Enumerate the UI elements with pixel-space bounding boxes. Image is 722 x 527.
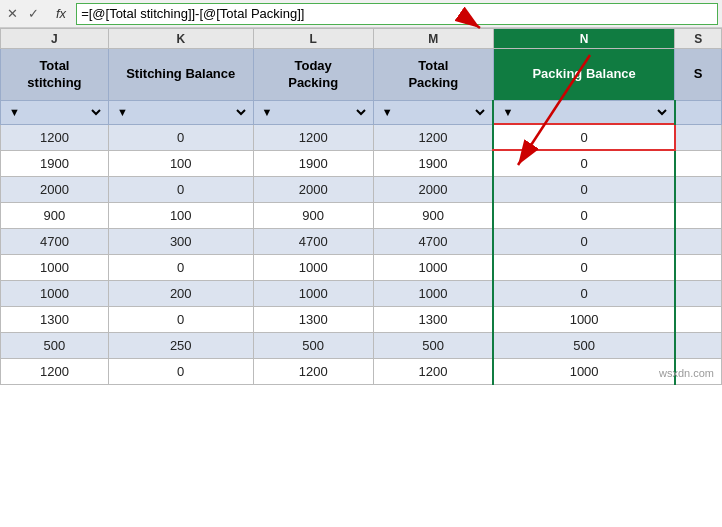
cell-l[interactable]: 500 [253,332,373,358]
filter-s[interactable] [675,101,722,125]
cell-s[interactable] [675,280,722,306]
cell-m[interactable]: 1000 [373,254,493,280]
column-header-row: J K L M N S [1,29,722,49]
cell-j[interactable]: 1000 [1,254,109,280]
cell-l[interactable]: 1200 [253,124,373,150]
cell-j[interactable]: 1200 [1,358,109,384]
cell-n[interactable]: 0 [493,228,674,254]
cell-m[interactable]: 1200 [373,358,493,384]
table-row: 12000120012001000 [1,358,722,384]
table-row: 1000200100010000 [1,280,722,306]
filter-dropdown-k[interactable]: ▼ [113,103,249,121]
col-header-m[interactable]: M [373,29,493,49]
cell-k[interactable]: 250 [108,332,253,358]
cell-n[interactable]: 1000 [493,358,674,384]
data-body: 1200012001200019001001900190002000020002… [1,124,722,384]
table-row: 10000100010000 [1,254,722,280]
table-row: 1900100190019000 [1,150,722,176]
filter-m[interactable]: ▼ [373,101,493,125]
col-header-n[interactable]: N [493,29,674,49]
cell-s[interactable] [675,332,722,358]
field-header-today-packing: TodayPacking [253,49,373,101]
cell-l[interactable]: 1300 [253,306,373,332]
cell-k[interactable]: 100 [108,202,253,228]
cell-n[interactable]: 0 [493,202,674,228]
cell-s[interactable] [675,306,722,332]
cell-j[interactable]: 2000 [1,176,109,202]
cell-n[interactable]: 0 [493,150,674,176]
cell-m[interactable]: 1300 [373,306,493,332]
fx-label: fx [50,6,72,21]
cell-k[interactable]: 0 [108,358,253,384]
formula-input[interactable] [76,3,718,25]
cell-j[interactable]: 1000 [1,280,109,306]
field-header-s: S [675,49,722,101]
col-header-l[interactable]: L [253,29,373,49]
cell-n[interactable]: 1000 [493,306,674,332]
formula-bar-icons: ✕ ✓ [4,6,46,21]
cell-j[interactable]: 4700 [1,228,109,254]
filter-j[interactable]: ▼ [1,101,109,125]
filter-dropdown-l[interactable]: ▼ [258,103,369,121]
table-row: 9001009009000 [1,202,722,228]
cell-k[interactable]: 0 [108,124,253,150]
cell-k[interactable]: 100 [108,150,253,176]
cell-l[interactable]: 1900 [253,150,373,176]
cell-l[interactable]: 2000 [253,176,373,202]
cell-s[interactable] [675,150,722,176]
cell-s[interactable] [675,228,722,254]
field-header-total-packing: TotalPacking [373,49,493,101]
cell-m[interactable]: 1900 [373,150,493,176]
cell-l[interactable]: 900 [253,202,373,228]
cell-j[interactable]: 500 [1,332,109,358]
cell-k[interactable]: 200 [108,280,253,306]
cell-k[interactable]: 300 [108,228,253,254]
cell-n[interactable]: 500 [493,332,674,358]
cell-n[interactable]: 0 [493,280,674,306]
cell-s[interactable] [675,254,722,280]
cell-n[interactable]: 0 [493,254,674,280]
watermark: wsxdn.com [659,367,714,379]
filter-dropdown-n[interactable]: ▼ [498,103,669,121]
filter-l[interactable]: ▼ [253,101,373,125]
filter-k[interactable]: ▼ [108,101,253,125]
filter-row: ▼ ▼ ▼ ▼ ▼ [1,101,722,125]
field-header-packing-balance: Packing Balance [493,49,674,101]
cell-n[interactable]: 0 [493,176,674,202]
col-header-s[interactable]: S [675,29,722,49]
col-header-k[interactable]: K [108,29,253,49]
filter-dropdown-m[interactable]: ▼ [378,103,489,121]
spreadsheet: J K L M N S Totalstitching Stitching Bal… [0,28,722,385]
cell-k[interactable]: 0 [108,176,253,202]
filter-dropdown-j[interactable]: ▼ [5,103,104,121]
cancel-icon[interactable]: ✕ [4,6,21,21]
cell-m[interactable]: 1200 [373,124,493,150]
cell-j[interactable]: 1200 [1,124,109,150]
cell-l[interactable]: 1200 [253,358,373,384]
cell-m[interactable]: 4700 [373,228,493,254]
cell-n[interactable]: 0 [493,124,674,150]
table-row: 12000120012000 [1,124,722,150]
spreadsheet-table: J K L M N S Totalstitching Stitching Bal… [0,28,722,385]
table-row: 20000200020000 [1,176,722,202]
cell-m[interactable]: 500 [373,332,493,358]
cell-s[interactable] [675,124,722,150]
col-header-j[interactable]: J [1,29,109,49]
cell-j[interactable]: 1300 [1,306,109,332]
cell-j[interactable]: 1900 [1,150,109,176]
cell-k[interactable]: 0 [108,306,253,332]
cell-m[interactable]: 900 [373,202,493,228]
field-header-total-stitching: Totalstitching [1,49,109,101]
cell-l[interactable]: 4700 [253,228,373,254]
cell-s[interactable] [675,176,722,202]
cell-m[interactable]: 1000 [373,280,493,306]
filter-n[interactable]: ▼ [493,101,674,125]
cell-j[interactable]: 900 [1,202,109,228]
cell-k[interactable]: 0 [108,254,253,280]
cell-m[interactable]: 2000 [373,176,493,202]
table-row: 500250500500500 [1,332,722,358]
cell-l[interactable]: 1000 [253,280,373,306]
confirm-icon[interactable]: ✓ [25,6,42,21]
cell-s[interactable] [675,202,722,228]
cell-l[interactable]: 1000 [253,254,373,280]
